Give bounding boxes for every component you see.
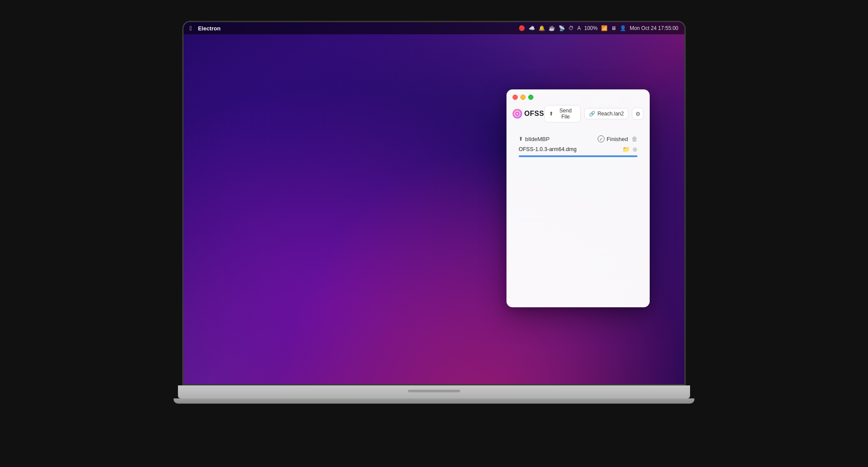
laptop-container:  Electron 🔴 ☁️ 🔔 ☕ 📡 ⏱ A 100% 📶 🖥 👤 Mon… bbox=[178, 21, 690, 446]
battery-level: 100% bbox=[584, 25, 598, 31]
folder-icon[interactable]: 📁 bbox=[622, 146, 630, 153]
menubar-app-name: Electron bbox=[198, 25, 220, 32]
empty-content-area bbox=[506, 168, 650, 307]
status-check-icon: ✓ bbox=[598, 135, 605, 142]
progress-bar-track bbox=[519, 155, 638, 157]
user-icon: 👤 bbox=[620, 25, 626, 31]
window-header: OFSS ⬆ Send File 🔗 Reach.lan2 ⚙ bbox=[506, 103, 650, 127]
menubar-right: 🔴 ☁️ 🔔 ☕ 📡 ⏱ A 100% 📶 🖥 👤 Mon Oct 24 17:… bbox=[519, 25, 678, 31]
settings-icon: ⚙ bbox=[635, 111, 641, 117]
progress-bar-fill bbox=[519, 155, 638, 157]
menubar-icon-3: 🔔 bbox=[539, 25, 545, 31]
cancel-icon[interactable]: ⊗ bbox=[632, 146, 638, 153]
send-file-icon: ⬆ bbox=[549, 111, 553, 117]
upload-icon: ⬆ bbox=[519, 136, 523, 142]
svg-point-0 bbox=[515, 111, 520, 116]
transfer-status: ✓ Finished bbox=[598, 135, 628, 142]
settings-button[interactable]: ⚙ bbox=[632, 108, 644, 120]
datetime: Mon Oct 24 17:55:00 bbox=[630, 25, 678, 31]
transfer-header: ⬆ bIldeMBP ✓ Finished 🗑 bbox=[519, 135, 638, 142]
menubar-icon-4: ☕ bbox=[549, 25, 555, 31]
menubar-icon-6: ⏱ bbox=[569, 25, 574, 31]
file-action-icons: 📁 ⊗ bbox=[622, 146, 638, 153]
menubar-icon-2: ☁️ bbox=[529, 25, 535, 31]
sender-name: bIldeMBP bbox=[525, 136, 549, 142]
window-titlebar bbox=[506, 89, 650, 103]
laptop-base bbox=[178, 385, 690, 398]
wifi-icon: 📶 bbox=[601, 25, 608, 31]
send-file-button[interactable]: ⬆ Send File bbox=[544, 105, 581, 122]
window-actions: ⬆ Send File 🔗 Reach.lan2 ⚙ bbox=[544, 105, 644, 122]
minimize-button[interactable] bbox=[520, 95, 526, 100]
menubar-icon-7: A bbox=[577, 25, 581, 31]
laptop-notch bbox=[408, 390, 460, 392]
desktop:  Electron 🔴 ☁️ 🔔 ☕ 📡 ⏱ A 100% 📶 🖥 👤 Mon… bbox=[184, 22, 684, 384]
reach-icon: 🔗 bbox=[589, 111, 595, 117]
app-logo: OFSS bbox=[513, 109, 544, 118]
window-content: ⬆ bIldeMBP ✓ Finished 🗑 bbox=[506, 127, 650, 168]
logo-icon bbox=[513, 109, 522, 118]
display-icon: 🖥 bbox=[611, 25, 616, 31]
maximize-button[interactable] bbox=[528, 95, 533, 100]
send-file-label: Send File bbox=[556, 108, 576, 120]
reach-button[interactable]: 🔗 Reach.lan2 bbox=[584, 108, 629, 119]
close-button[interactable] bbox=[513, 95, 518, 100]
file-name: OFSS-1.0.3-arm64.dmg bbox=[519, 146, 576, 152]
menubar:  Electron 🔴 ☁️ 🔔 ☕ 📡 ⏱ A 100% 📶 🖥 👤 Mon… bbox=[184, 22, 684, 34]
menubar-icon-1: 🔴 bbox=[519, 25, 525, 31]
apple-logo-icon:  bbox=[190, 25, 192, 32]
status-label: Finished bbox=[607, 136, 628, 142]
menubar-left:  Electron bbox=[190, 25, 220, 32]
app-window: OFSS ⬆ Send File 🔗 Reach.lan2 ⚙ bbox=[506, 89, 650, 307]
transfer-item: ⬆ bIldeMBP ✓ Finished 🗑 bbox=[513, 130, 644, 162]
svg-point-1 bbox=[516, 113, 518, 115]
trash-icon[interactable]: 🗑 bbox=[631, 135, 638, 142]
menubar-icon-5: 📡 bbox=[559, 25, 565, 31]
logo-text: OFSS bbox=[524, 110, 544, 118]
transfer-from: ⬆ bIldeMBP bbox=[519, 136, 549, 142]
reach-label: Reach.lan2 bbox=[598, 111, 624, 117]
file-row: OFSS-1.0.3-arm64.dmg 📁 ⊗ bbox=[519, 146, 638, 153]
laptop-bottom-edge bbox=[174, 398, 694, 404]
laptop-screen:  Electron 🔴 ☁️ 🔔 ☕ 📡 ⏱ A 100% 📶 🖥 👤 Mon… bbox=[182, 21, 686, 385]
